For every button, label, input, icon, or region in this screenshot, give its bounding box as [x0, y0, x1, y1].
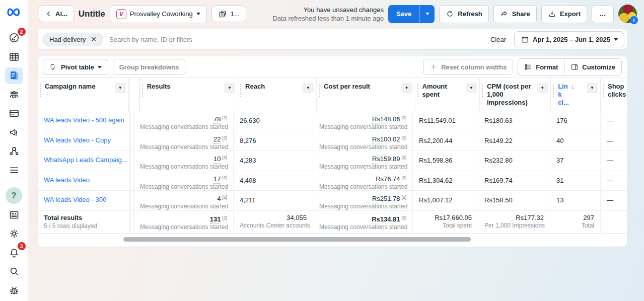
column-menu-icon[interactable]: ▼	[537, 83, 548, 93]
column-header-reach[interactable]: Reach▼	[238, 78, 317, 111]
cell-reach: 4,408	[234, 171, 313, 191]
customize-button[interactable]: Customize	[564, 58, 622, 76]
overview-badge: 2	[18, 28, 26, 36]
customize-label: Customize	[582, 63, 615, 71]
frozen-column-divider	[130, 211, 134, 233]
filter-chip-had-delivery[interactable]: Had delivery ✕	[43, 33, 103, 46]
chevron-down-icon	[98, 66, 102, 68]
sidebar-item-audiences[interactable]	[5, 87, 23, 103]
column-header-link-clicks[interactable]: Lin k cl...↓▼	[551, 78, 601, 111]
save-dropdown-button[interactable]	[419, 5, 435, 23]
group-breakdowns-button[interactable]: Group breakdowns	[113, 59, 185, 75]
campaign-link[interactable]: WA leads Video - Copy	[44, 136, 111, 144]
cell-cost-per-result: Rs159.89[2]Messaging conversations start…	[313, 151, 413, 171]
ellipsis-icon: …	[600, 10, 606, 18]
drag-handle-icon[interactable]	[417, 84, 419, 97]
column-menu-icon[interactable]: ▼	[401, 83, 412, 93]
sidebar-item-settings[interactable]	[5, 225, 23, 242]
sidebar-item-account-overview[interactable]: 2	[5, 30, 23, 46]
sidebar-item-advertise[interactable]	[5, 124, 23, 141]
column-header-amount-spent[interactable]: Amount spent▼	[415, 78, 480, 111]
sidebar-item-report-bug[interactable]	[5, 282, 23, 298]
back-button[interactable]: Al...	[39, 6, 74, 22]
totals-title-cell: Total results 5 / 5 rows displayed	[38, 211, 130, 233]
report-table-card: Pivot table Group breakdowns Reset colum…	[38, 56, 627, 247]
unsaved-changes-text: You have unsaved changes	[272, 6, 383, 14]
sidebar-item-help[interactable]: ?	[5, 187, 23, 204]
column-menu-icon[interactable]: ▼	[224, 83, 235, 93]
column-header-results[interactable]: Results▼	[140, 78, 238, 111]
drag-handle-icon[interactable]	[603, 84, 605, 97]
campaign-link[interactable]: WA leads Video	[44, 176, 90, 184]
column-header-cost-per-result[interactable]: Cost per result▼	[317, 78, 415, 111]
report-title[interactable]: Untitle	[79, 9, 105, 19]
sidebar-item-notifications[interactable]: 3	[5, 244, 23, 261]
column-header-cpm[interactable]: CPM (cost per 1,000 impressions)▼	[480, 78, 551, 111]
column-header-campaign-name[interactable]: Campaign name▼	[38, 78, 129, 111]
export-label: Export	[560, 10, 581, 18]
account-name: Prosvalley Coworking	[130, 10, 193, 18]
frozen-column-divider	[130, 151, 134, 171]
user-avatar[interactable]: f	[618, 5, 637, 23]
pivot-table-button[interactable]: Pivot table	[43, 59, 108, 75]
drag-handle-icon[interactable]	[142, 84, 144, 97]
drag-handle-icon[interactable]	[40, 84, 42, 97]
cell-cpm: Rs158.50	[478, 191, 550, 210]
sidebar-item-business-assets[interactable]	[5, 143, 23, 160]
export-button[interactable]: Export	[541, 5, 587, 23]
scrollbar-thumb[interactable]	[123, 237, 471, 242]
cell-link-clicks: 176	[550, 111, 601, 131]
account-selector[interactable]: V Prosvalley Coworking	[110, 5, 207, 23]
date-range-selector[interactable]: Apr 1, 2025 – Jun 1, 2025	[514, 31, 624, 47]
cell-campaign: WhatsApp Leads Campaig...	[38, 151, 130, 171]
refresh-button[interactable]: Refresh	[439, 5, 488, 23]
campaign-link[interactable]: WA leads Video - 500 again	[44, 116, 124, 124]
table-row[interactable]: WA leads Video - 300 4[2]Messaging conve…	[38, 191, 627, 211]
column-menu-icon[interactable]: ▼	[466, 83, 477, 93]
column-menu-icon[interactable]: ▼	[115, 83, 126, 93]
sidebar-item-campaigns[interactable]	[5, 49, 23, 65]
campaign-link[interactable]: WA leads Video - 300	[44, 196, 106, 203]
share-button[interactable]: Share	[493, 5, 537, 23]
drag-handle-icon[interactable]	[240, 84, 242, 97]
table-row[interactable]: WA leads Video - 500 again 78[2]Messagin…	[38, 111, 627, 131]
drag-handle-icon[interactable]	[319, 84, 321, 97]
table-row[interactable]: WhatsApp Leads Campaig... 10[2]Messaging…	[38, 151, 627, 171]
drag-handle-icon[interactable]	[553, 84, 555, 97]
chevron-down-icon	[614, 38, 618, 41]
sidebar-item-billing[interactable]	[5, 105, 23, 122]
sidebar-item-search[interactable]	[5, 263, 23, 280]
clear-filters-button[interactable]: Clear	[490, 36, 506, 43]
reset-column-widths-button[interactable]: Reset column widths	[423, 59, 513, 75]
frozen-column-divider[interactable]	[129, 78, 140, 111]
cell-link-clicks: 40	[550, 131, 601, 151]
meta-logo-icon[interactable]	[7, 6, 22, 19]
cell-shop-clicks: —	[601, 151, 627, 171]
table-row[interactable]: WA leads Video 17[2]Messaging conversati…	[38, 171, 627, 191]
cell-campaign: WA leads Video - Copy	[38, 131, 130, 151]
format-button[interactable]: Format	[518, 58, 564, 76]
totals-shop-clicks-cell	[601, 211, 627, 233]
cell-shop-clicks: —	[601, 191, 627, 210]
table-row[interactable]: WA leads Video - Copy 22[2]Messaging con…	[38, 131, 627, 152]
remove-filter-icon[interactable]: ✕	[91, 35, 97, 43]
reports-count-button[interactable]: 1...	[211, 6, 246, 22]
cell-cost-per-result: Rs251.78[2]Messaging conversations start…	[313, 191, 413, 210]
refresh-icon	[446, 10, 454, 18]
search-input[interactable]	[109, 36, 484, 43]
sidebar-item-whats-new[interactable]	[5, 206, 23, 223]
pivot-table-label: Pivot table	[61, 63, 94, 71]
account-logo-icon: V	[116, 9, 126, 19]
column-menu-icon[interactable]: ▼	[303, 83, 314, 93]
sidebar-item-all-tools[interactable]	[5, 162, 23, 179]
column-header-shop-clicks[interactable]: Shop clicks	[601, 78, 627, 111]
campaign-link[interactable]: WhatsApp Leads Campaig...	[44, 156, 127, 164]
column-menu-icon[interactable]: ▼	[587, 83, 598, 93]
format-label: Format	[536, 63, 558, 71]
more-options-button[interactable]: …	[592, 5, 614, 23]
back-label: Al...	[55, 10, 67, 18]
sidebar-item-ads-reporting[interactable]	[5, 67, 23, 84]
drag-handle-icon[interactable]	[482, 84, 484, 97]
save-button[interactable]: Save	[388, 5, 419, 23]
reset-columns-icon	[430, 63, 438, 71]
